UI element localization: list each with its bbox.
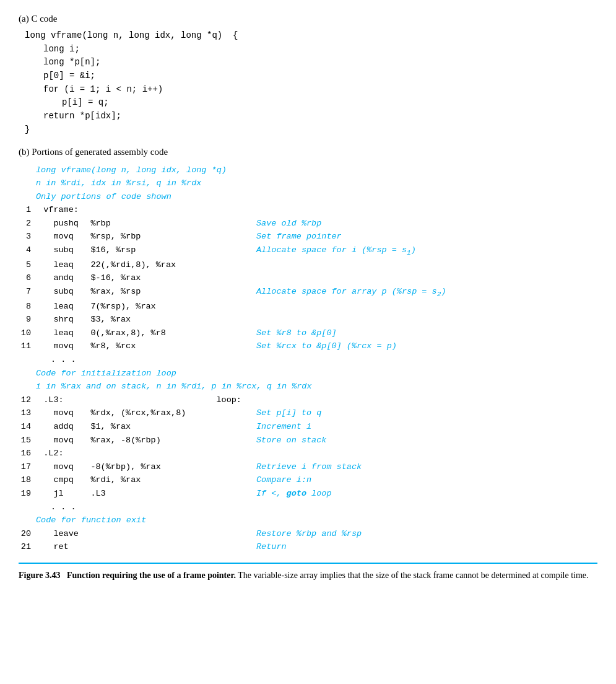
asm-code-3: movq%rsp, %rbp <box>33 230 256 243</box>
c-code-line-6: p[i] = q; <box>62 96 597 110</box>
asm-code-10: leaq0(,%rax,8), %r8 <box>33 327 256 340</box>
asm-comment-14: Increment i <box>256 420 597 434</box>
asm-row-21: 21 ret Return <box>19 540 597 554</box>
asm-row-11: 11 movq%r8, %rcx Set %rcx to &p[0] (%rcx… <box>19 340 597 353</box>
line-num-9: 9 <box>19 313 33 327</box>
line-num-16: 16 <box>19 447 33 460</box>
line-num-13: 13 <box>19 406 33 420</box>
line-num-19: 19 <box>19 487 33 501</box>
caption-description: The variable-size array implies that the… <box>238 571 588 580</box>
header-comment-3: Only portions of code shown <box>36 190 597 204</box>
asm-row-1: 1 vframe: <box>19 203 597 217</box>
c-code-line-2: long i; <box>43 43 597 56</box>
line-num-15: 15 <box>19 434 33 447</box>
line-num-17: 17 <box>19 460 33 474</box>
loop-comment-1: Code for initialization loop <box>36 367 597 380</box>
section-b-label: (b) Portions of generated assembly code <box>19 146 597 159</box>
asm-code-9: shrq$3, %rax <box>33 313 256 327</box>
asm-comment-20: Restore %rbp and %rsp <box>256 527 597 541</box>
asm-comment-4: Allocate space for i (%rsp = s1) <box>256 243 597 258</box>
asm-code-2: pushq%rbp <box>33 217 256 230</box>
line-num-8: 8 <box>19 300 33 314</box>
loop-comment-2: i in %rax and on stack, n in %rdi, p in … <box>36 380 597 393</box>
asm-row-18: 18 cmpq%rdi, %rax Compare i:n <box>19 473 597 487</box>
c-code-block: long vframe(long n, long idx, long *q) {… <box>25 29 597 137</box>
asm-code-14: addq$1, %rax <box>33 420 256 434</box>
asm-comment-21: Return <box>256 540 597 554</box>
asm-container: long vframe(long n, long idx, long *q) n… <box>19 164 597 554</box>
c-code-line-4: p[0] = &i; <box>43 69 597 83</box>
line-num-7: 7 <box>19 285 33 299</box>
asm-row-2: 2 pushq%rbp Save old %rbp <box>19 217 597 230</box>
asm-row-15: 15 movq%rax, -8(%rbp) Store on stack <box>19 434 597 447</box>
asm-comment-18: Compare i:n <box>256 473 597 487</box>
c-code-line-1: long vframe(long n, long idx, long *q) { <box>25 29 597 43</box>
asm-comment-7: Allocate space for array p (%rsp = s2) <box>256 285 597 300</box>
asm-code-4: subq$16, %rsp <box>33 243 256 257</box>
section-b: (b) Portions of generated assembly code … <box>19 146 597 554</box>
section-a-label: (a) C code <box>19 12 597 25</box>
asm-row-6: 6 andq$-16, %rax <box>19 271 597 285</box>
line-num-11: 11 <box>19 340 33 353</box>
asm-code-6: andq$-16, %rax <box>33 271 256 285</box>
asm-row-5: 5 leaq22(,%rdi,8), %rax <box>19 258 597 272</box>
asm-row-16: 16 .L2: <box>19 447 597 460</box>
exit-comments: Code for function exit <box>36 514 597 527</box>
line-num-20: 20 <box>19 527 33 541</box>
line-num-1: 1 <box>19 203 33 217</box>
header-comment-2: n in %rdi, idx in %rsi, q in %rdx <box>36 177 597 190</box>
asm-row-9: 9 shrq$3, %rax <box>19 313 597 327</box>
section-a: (a) C code long vframe(long n, long idx,… <box>19 12 597 137</box>
line-num-6: 6 <box>19 271 33 285</box>
exit-comment-1: Code for function exit <box>36 514 597 527</box>
asm-row-17: 17 movq-8(%rbp), %rax Retrieve i from st… <box>19 460 597 474</box>
asm-code-20: leave <box>33 527 256 541</box>
asm-code-19: jl.L3 <box>33 487 256 501</box>
asm-code-11: movq%r8, %rcx <box>33 340 256 353</box>
line-num-18: 18 <box>19 473 33 487</box>
asm-row-3: 3 movq%rsp, %rbp Set frame pointer <box>19 230 597 243</box>
line-num-21: 21 <box>19 540 33 554</box>
asm-comment-19: If <, goto loop <box>256 487 597 501</box>
header-comments: long vframe(long n, long idx, long *q) n… <box>36 164 597 204</box>
asm-code-7: subq%rax, %rsp <box>33 285 256 299</box>
figure-caption: Figure 3.43 Function requiring the use o… <box>19 563 597 582</box>
asm-code-1: vframe: <box>33 203 256 217</box>
line-num-4: 4 <box>19 243 33 257</box>
asm-row-7: 7 subq%rax, %rsp Allocate space for arra… <box>19 285 597 300</box>
asm-comment-13: Set p[i] to q <box>256 406 597 420</box>
asm-code-13: movq%rdx, (%rcx,%rax,8) <box>33 406 256 420</box>
asm-row-4: 4 subq$16, %rsp Allocate space for i (%r… <box>19 243 597 258</box>
asm-row-14: 14 addq$1, %rax Increment i <box>19 420 597 434</box>
asm-code-15: movq%rax, -8(%rbp) <box>33 434 256 447</box>
loop-comments: Code for initialization loop i in %rax a… <box>36 367 597 393</box>
dots-2: . . . <box>51 501 597 514</box>
c-code-line-7: return *p[idx]; <box>43 110 597 123</box>
asm-comment-2: Save old %rbp <box>256 217 597 230</box>
line-num-14: 14 <box>19 420 33 434</box>
asm-code-12: .L3: loop: <box>33 393 256 407</box>
asm-code-16: .L2: <box>33 447 256 460</box>
asm-row-19: 19 jl.L3 If <, goto loop <box>19 487 597 501</box>
asm-code-17: movq-8(%rbp), %rax <box>33 460 256 474</box>
asm-row-10: 10 leaq0(,%rax,8), %r8 Set %r8 to &p[0] <box>19 327 597 340</box>
c-code-line-3: long *p[n]; <box>43 56 597 69</box>
asm-code-21: ret <box>33 540 256 554</box>
line-num-10: 10 <box>19 327 33 340</box>
c-code-line-8: } <box>25 123 597 137</box>
asm-row-8: 8 leaq7(%rsp), %rax <box>19 300 597 314</box>
header-comment-1: long vframe(long n, long idx, long *q) <box>36 164 597 177</box>
dots-1: . . . <box>51 353 597 367</box>
caption-title: Function requiring the use of a frame po… <box>63 571 236 580</box>
asm-row-12: 12 .L3: loop: <box>19 393 597 407</box>
line-num-2: 2 <box>19 217 33 230</box>
asm-code-8: leaq7(%rsp), %rax <box>33 300 256 314</box>
line-num-5: 5 <box>19 258 33 272</box>
asm-comment-17: Retrieve i from stack <box>256 460 597 474</box>
asm-comment-10: Set %r8 to &p[0] <box>256 327 597 340</box>
asm-comment-3: Set frame pointer <box>256 230 597 243</box>
asm-comment-11: Set %rcx to &p[0] (%rcx = p) <box>256 340 597 353</box>
asm-row-20: 20 leave Restore %rbp and %rsp <box>19 527 597 541</box>
asm-comment-15: Store on stack <box>256 434 597 447</box>
line-num-12: 12 <box>19 393 33 407</box>
